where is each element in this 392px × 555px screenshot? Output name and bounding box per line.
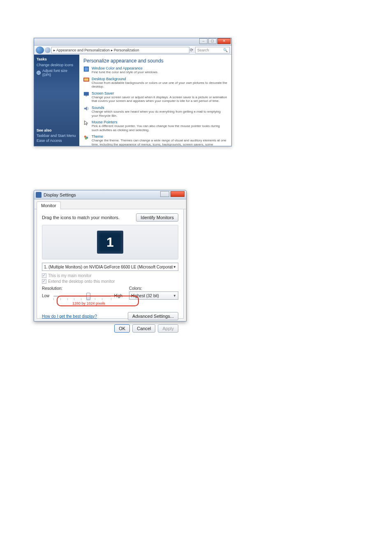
resolution-readout: 1280 by 1024 pixels [72,301,105,305]
svg-rect-1 [85,67,88,71]
cancel-button[interactable]: Cancel [132,324,155,333]
sidebar-heading: Tasks [37,57,77,61]
item-desc: Change which sounds are heard when you d… [92,110,227,118]
screen-saver-icon [83,91,89,97]
item-desktop-bg[interactable]: Desktop Background Choose from available… [83,77,227,89]
maximize-button[interactable]: ▢ [208,38,217,44]
ok-button[interactable]: OK [114,324,130,333]
search-placeholder: Search [197,48,209,52]
svg-point-10 [85,137,87,139]
display-icon [36,192,42,198]
chevron-down-icon: ▼ [173,265,176,269]
window-color-icon [83,66,89,72]
sidebar-item-font-size[interactable]: Adjust font size (DPI) [37,69,77,77]
tab-strip: Monitor [34,199,186,209]
forward-button[interactable] [45,47,51,53]
help-link[interactable]: How do I get the best display? [42,314,97,319]
item-title: Window Color and Appearance [92,66,227,70]
window-titlebar[interactable]: – ▢ ✕ [34,38,231,46]
checkbox-main-monitor: This is my main monitor [42,273,178,278]
svg-marker-6 [84,106,87,111]
item-title: Screen Saver [92,91,227,95]
mouse-pointer-icon [83,120,89,126]
sidebar-item-label: Adjust font size (DPI) [42,69,77,77]
minimize-button[interactable]: – [199,38,208,44]
close-button[interactable] [171,191,184,197]
refresh-icon[interactable]: ⟳ [189,48,194,52]
page-title: Personalize appearance and sounds [83,58,227,64]
item-desc: Fine tune the color and style of your wi… [92,70,227,74]
checkbox-extend-desktop: Extend the desktop onto this monitor [42,279,178,284]
item-desc: Change the theme. Themes can change a wi… [92,139,227,146]
item-title: Sounds [92,106,227,110]
main-content: Personalize appearance and sounds Window… [79,55,231,146]
search-icon: 🔍 [223,48,228,52]
help-button[interactable] [160,191,169,197]
personalization-window: – ▢ ✕ ▸ Appearance and Personalization ▸… [34,38,232,146]
checkbox-icon [42,273,46,278]
resolution-label: Resolution: [42,286,122,291]
sidebar-item-desktop-icons[interactable]: Change desktop icons [37,63,77,67]
button-label: Apply [162,326,174,331]
breadcrumb[interactable]: ▸ Appearance and Personalization ▸ Perso… [51,47,189,53]
slider-low-label: Low [42,294,49,298]
sidebar-item-label: Change desktop icons [37,63,73,67]
monitor-select[interactable]: 1. (Multiple Monitors) on NVIDIA GeForce… [42,263,178,271]
checkbox-label: This is my main monitor [48,273,92,278]
breadcrumb-text: ▸ Appearance and Personalization ▸ Perso… [53,48,139,52]
button-label: Advanced Settings... [132,314,174,319]
svg-rect-5 [85,95,87,96]
item-title: Theme [92,134,227,139]
drag-instruction: Drag the icons to match your monitors. [42,215,120,220]
item-title: Desktop Background [92,77,227,81]
checkbox-label: Extend the desktop onto this monitor [48,279,115,284]
item-theme[interactable]: Theme Change the theme. Themes can chang… [83,134,227,146]
address-bar: ▸ Appearance and Personalization ▸ Perso… [34,46,231,55]
button-label: OK [119,326,125,331]
item-screen-saver[interactable]: Screen Saver Change your screen saver or… [83,91,227,103]
item-title: Mouse Pointers [92,120,227,124]
button-label: Identify Monitors [141,215,174,220]
chevron-down-icon: ▼ [173,294,176,298]
see-also-heading: See also [37,128,77,132]
item-desc: Change your screen saver or adjust when … [92,95,227,103]
display-settings-dialog: Display Settings Monitor Drag the icons … [34,190,187,321]
item-window-color[interactable]: Window Color and Appearance Fine tune th… [83,66,227,74]
item-mouse-pointers[interactable]: Mouse Pointers Pick a different mouse po… [83,120,227,132]
sounds-icon [83,106,89,111]
back-button[interactable] [36,46,44,54]
monitor-number: 1 [106,235,114,250]
see-also-ease[interactable]: Ease of Access [37,139,77,143]
see-also-taskbar[interactable]: Taskbar and Start Menu [37,134,77,138]
monitor-arrangement-area[interactable]: 1 [42,225,178,259]
theme-icon [83,134,89,140]
svg-rect-4 [84,92,89,96]
apply-button: Apply [158,324,178,333]
link-label: How do I get the best display? [42,314,97,319]
tab-label: Monitor [41,203,56,208]
item-desc: Pick a different mouse pointer. You can … [92,124,227,132]
item-desc: Choose from available backgrounds or col… [92,81,227,89]
item-sounds[interactable]: Sounds Change which sounds are heard whe… [83,106,227,118]
svg-rect-3 [84,78,89,81]
dialog-title: Display Settings [44,192,76,197]
desktop-bg-icon [83,77,89,83]
advanced-settings-button[interactable]: Advanced Settings... [128,312,178,320]
button-label: Cancel [137,326,151,331]
shield-icon [37,71,41,75]
close-button[interactable]: ✕ [217,38,231,44]
checkbox-icon [42,279,46,284]
colors-label: Colors: [129,286,178,291]
identify-monitors-button[interactable]: Identify Monitors [136,213,178,222]
tasks-sidebar: Tasks Change desktop icons Adjust font s… [34,55,79,146]
search-input[interactable]: Search 🔍 [195,47,230,53]
select-value: 1. (Multiple Monitors) on NVIDIA GeForce… [44,265,173,269]
tab-monitor[interactable]: Monitor [37,201,61,210]
svg-marker-7 [85,121,88,125]
dialog-titlebar[interactable]: Display Settings [34,190,186,199]
monitor-1[interactable]: 1 [97,231,123,254]
